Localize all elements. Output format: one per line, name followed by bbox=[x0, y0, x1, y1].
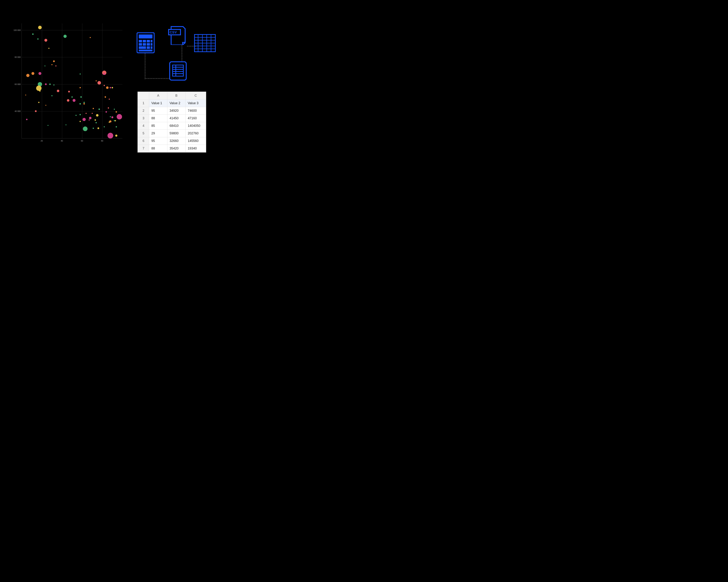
bubble-chart: 2040608040 00060 00080 000100 000 bbox=[11, 23, 126, 145]
cell: 29 bbox=[149, 130, 167, 137]
bubble-point bbox=[106, 86, 109, 89]
bubble-point bbox=[83, 103, 85, 105]
connector bbox=[145, 53, 146, 79]
svg-rect-7 bbox=[143, 43, 146, 46]
bubble-point bbox=[38, 72, 41, 75]
cell: 34920 bbox=[167, 107, 185, 115]
cell: 145560 bbox=[185, 137, 206, 145]
table-row: 6 95 32660 145560 bbox=[138, 137, 206, 145]
svg-rect-10 bbox=[139, 46, 146, 49]
row-number: 4 bbox=[138, 122, 149, 130]
sheet-document-icon bbox=[169, 61, 187, 81]
bubble-point bbox=[112, 87, 113, 88]
bubble-point bbox=[85, 113, 87, 114]
data-table: A B C 1 Value 1 Value 2 Value 3 2 95 349… bbox=[137, 92, 206, 153]
bubble-point bbox=[109, 120, 111, 122]
cell: 41450 bbox=[167, 115, 185, 122]
bubble-point bbox=[68, 91, 70, 92]
svg-rect-25 bbox=[173, 65, 183, 76]
bubble-point bbox=[83, 127, 87, 131]
bubble-point bbox=[99, 109, 100, 110]
bubble-point bbox=[51, 95, 52, 96]
col-letter: C bbox=[185, 92, 206, 100]
col-letter: A bbox=[149, 92, 167, 100]
bubble-point bbox=[76, 115, 77, 116]
bubble-point bbox=[105, 111, 107, 113]
table-row: 2 95 34920 74600 bbox=[138, 107, 206, 115]
bubble-point bbox=[96, 114, 99, 117]
bubble-point bbox=[46, 105, 46, 106]
bubble-point bbox=[115, 120, 116, 121]
calculator-icon bbox=[137, 32, 155, 54]
gridline bbox=[22, 57, 123, 57]
header-cell: Value 1 bbox=[149, 100, 167, 107]
gridline bbox=[82, 23, 82, 138]
bubble-point bbox=[108, 107, 109, 109]
column-letter-row: A B C bbox=[138, 92, 206, 100]
y-tick-label: 60 000 bbox=[15, 83, 21, 85]
bubble-point bbox=[32, 33, 34, 35]
svg-rect-24 bbox=[170, 62, 186, 80]
bubble-point bbox=[115, 135, 118, 137]
bubble-point bbox=[53, 60, 55, 62]
svg-rect-8 bbox=[147, 43, 150, 46]
cell: 32660 bbox=[167, 137, 185, 145]
bubble-point bbox=[107, 133, 113, 138]
x-tick-label: 20 bbox=[41, 140, 43, 142]
bubble-point bbox=[48, 48, 49, 49]
bubble-point bbox=[44, 39, 47, 42]
bubble-point bbox=[72, 96, 73, 98]
bubble-point bbox=[103, 73, 105, 75]
svg-rect-13 bbox=[139, 50, 152, 51]
bubble-point bbox=[110, 116, 111, 117]
bubble-point bbox=[96, 122, 97, 123]
cell: 35420 bbox=[167, 145, 185, 152]
connector bbox=[182, 45, 182, 62]
cell: 95 bbox=[149, 107, 167, 115]
bubble-point bbox=[80, 96, 82, 98]
svg-rect-5 bbox=[151, 40, 152, 43]
bubble-point bbox=[104, 85, 105, 86]
cell: 59800 bbox=[167, 130, 185, 137]
bubble-point bbox=[116, 126, 117, 128]
row-number: 6 bbox=[138, 137, 149, 145]
svg-rect-12 bbox=[151, 46, 152, 49]
bubble-point bbox=[105, 96, 106, 98]
bubble-point bbox=[51, 64, 52, 65]
svg-rect-6 bbox=[139, 43, 142, 46]
bubble-point bbox=[39, 90, 41, 92]
x-tick-label: 80 bbox=[101, 140, 103, 142]
svg-rect-3 bbox=[143, 40, 146, 43]
bubble-point bbox=[53, 84, 54, 85]
corner-cell bbox=[138, 92, 149, 100]
bubble-point bbox=[116, 114, 122, 119]
row-number: 5 bbox=[138, 130, 149, 137]
bubble-point bbox=[79, 114, 81, 115]
plot-area bbox=[22, 23, 123, 138]
bubble-point bbox=[92, 113, 93, 114]
diagram-icons: CSV bbox=[133, 25, 217, 84]
x-tick-label: 60 bbox=[81, 140, 83, 142]
cell: 1404050 bbox=[185, 122, 206, 130]
bubble-point bbox=[36, 85, 42, 91]
y-tick-label: 80 000 bbox=[15, 56, 21, 58]
spreadsheet-icon bbox=[194, 34, 216, 52]
bubble-point bbox=[38, 26, 42, 29]
sheet-table: A B C 1 Value 1 Value 2 Value 3 2 95 349… bbox=[138, 92, 206, 152]
bubble-point bbox=[35, 110, 37, 112]
cell: 88 bbox=[149, 115, 167, 122]
bubble-point bbox=[109, 99, 110, 100]
svg-rect-9 bbox=[151, 43, 152, 46]
gridline bbox=[22, 30, 123, 30]
x-tick-label: 40 bbox=[61, 140, 63, 142]
svg-rect-2 bbox=[139, 40, 142, 43]
bubble-point bbox=[84, 102, 85, 103]
row-number: 7 bbox=[138, 145, 149, 152]
svg-rect-1 bbox=[139, 34, 152, 38]
cell: 85 bbox=[149, 122, 167, 130]
cell: 74600 bbox=[185, 107, 206, 115]
header-row: 1 Value 1 Value 2 Value 3 bbox=[138, 100, 206, 107]
table-row: 5 29 59800 202760 bbox=[138, 130, 206, 137]
bubble-point bbox=[38, 102, 40, 103]
gridline bbox=[42, 23, 42, 138]
